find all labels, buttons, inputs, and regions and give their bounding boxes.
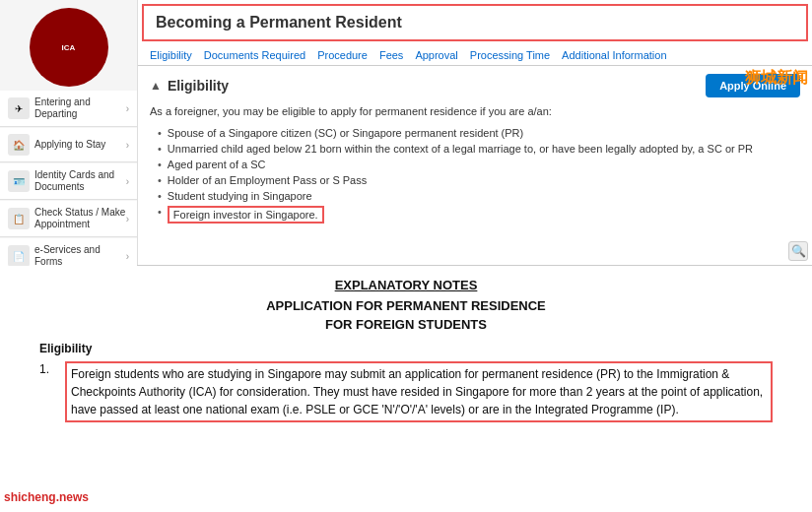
sidebar-item-identity-cards[interactable]: 🪪 Identity Cards and Documents ›: [0, 163, 137, 200]
list-item: • Aged parent of a SC: [158, 157, 800, 172]
eligibility-heading: Eligibility: [39, 342, 773, 355]
list-item: • Spouse of a Singapore citizen (SC) or …: [158, 125, 800, 141]
sidebar-label: Applying to Stay: [34, 139, 126, 151]
main-container: ICA ✈ Entering and Departing › 🏠 Applyin…: [0, 0, 812, 512]
eligibility-header: ▲ Eligibility Apply Online: [150, 74, 800, 97]
tab-eligibility[interactable]: Eligibility: [150, 49, 192, 65]
bottom-section: EXPLANATORY NOTES APPLICATION FOR PERMAN…: [0, 266, 812, 512]
identity-cards-icon: 🪪: [8, 170, 30, 192]
tab-procedure[interactable]: Procedure: [317, 49, 368, 65]
sidebar-item-check-status[interactable]: 📋 Check Status / Make Appointment ›: [0, 201, 137, 237]
nav-tabs: Eligibility Documents Required Procedure…: [138, 45, 812, 66]
bullet-icon: •: [158, 159, 162, 170]
eservices-icon: 📄: [8, 245, 30, 267]
eligibility-list: • Spouse of a Singapore citizen (SC) or …: [150, 125, 800, 225]
tab-fees[interactable]: Fees: [379, 49, 403, 65]
sidebar-label: Identity Cards and Documents: [34, 169, 126, 193]
watermark-bottom: shicheng.news: [4, 490, 89, 504]
list-item: • Holder of an Employment Pass or S Pass: [158, 172, 800, 188]
bullet-icon: •: [158, 190, 162, 202]
sidebar-item-applying-stay[interactable]: 🏠 Applying to Stay ›: [0, 128, 137, 162]
arrow-icon: ›: [126, 103, 129, 114]
tab-approval[interactable]: Approval: [415, 49, 457, 65]
ica-logo: ICA: [30, 8, 108, 87]
applying-stay-icon: 🏠: [8, 134, 30, 156]
tab-documents-required[interactable]: Documents Required: [204, 49, 305, 65]
list-item-highlighted: • Foreign investor in Singapore.: [158, 204, 800, 225]
arrow-icon: ›: [126, 176, 129, 187]
eligibility-section: ▲ Eligibility Apply Online As a foreigne…: [138, 66, 812, 265]
watermark-top: 狮城新闻: [745, 68, 808, 89]
explanatory-notes-title: EXPLANATORY NOTES: [39, 278, 773, 292]
arrow-icon: ›: [126, 214, 129, 224]
application-title-line1: APPLICATION FOR PERMANENT RESIDENCE: [39, 298, 773, 313]
paragraph-number: 1.: [39, 361, 49, 376]
arrow-icon: ›: [126, 251, 129, 262]
collapse-icon[interactable]: ▲: [150, 79, 162, 93]
zoom-icon[interactable]: 🔍: [788, 241, 808, 261]
bullet-icon: •: [158, 143, 162, 155]
tab-processing-time[interactable]: Processing Time: [470, 49, 550, 65]
tab-additional-info[interactable]: Additional Information: [562, 49, 666, 65]
paragraph-1: 1. Foreign students who are studying in …: [39, 361, 773, 422]
eligibility-title: ▲ Eligibility: [150, 78, 229, 94]
sidebar-label: Entering and Departing: [34, 96, 126, 120]
content-area: Becoming a Permanent Resident Eligibilit…: [138, 0, 812, 265]
sidebar-item-entering-departing[interactable]: ✈ Entering and Departing ›: [0, 91, 137, 127]
page-title: Becoming a Permanent Resident: [142, 4, 808, 41]
bullet-icon: •: [158, 127, 162, 139]
top-section: ICA ✈ Entering and Departing › 🏠 Applyin…: [0, 0, 812, 266]
entering-departing-icon: ✈: [8, 97, 30, 119]
paragraph-text: Foreign students who are studying in Sin…: [65, 361, 773, 422]
bullet-icon: •: [158, 206, 162, 218]
sidebar: ICA ✈ Entering and Departing › 🏠 Applyin…: [0, 0, 138, 265]
application-title-line2: FOR FOREIGN STUDENTS: [39, 317, 773, 332]
list-item: • Unmarried child aged below 21 born wit…: [158, 141, 800, 157]
sidebar-label: Check Status / Make Appointment: [34, 207, 126, 230]
list-item: • Student studying in Singapore: [158, 188, 800, 204]
eligibility-intro: As a foreigner, you may be eligible to a…: [150, 105, 800, 117]
check-status-icon: 📋: [8, 208, 30, 229]
sidebar-label: e-Services and Forms: [34, 244, 126, 268]
bullet-icon: •: [158, 174, 162, 186]
arrow-icon: ›: [126, 140, 129, 151]
